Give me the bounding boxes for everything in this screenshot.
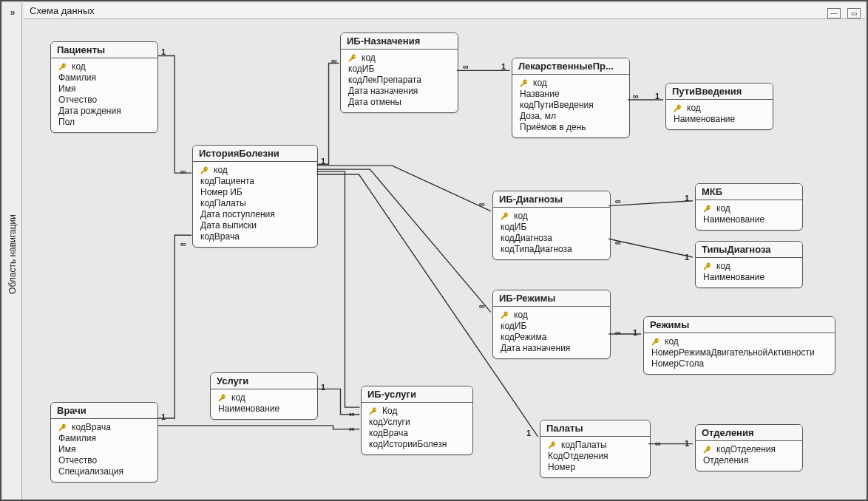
relationships-canvas[interactable]: Пациенты код Фамилия Имя Отчество Дата р… [24, 19, 865, 498]
table-services[interactable]: Услуги код Наименование [210, 372, 318, 420]
table-title: ПутиВведения [666, 84, 773, 100]
cardinality-one: 1 [633, 328, 637, 337]
maximize-button[interactable]: ▭ [847, 8, 861, 18]
field: кодПациента [199, 176, 311, 187]
table-title: Палаты [540, 420, 650, 437]
field: Дата назначения [347, 86, 452, 97]
field: кодИсторииБолезн [367, 439, 467, 450]
field: кодИБ [499, 321, 604, 332]
field-list: код кодИБ кодЛекПрепарата Дата назначени… [341, 50, 458, 112]
key-field: код [499, 310, 604, 321]
key-icon [651, 337, 662, 346]
cardinality-one: 1 [321, 157, 325, 166]
table-ib-services[interactable]: ИБ-услуги Код кодУслуги кодВрача кодИсто… [361, 386, 473, 455]
table-wards[interactable]: Палаты кодПалаты КодОтделения Номер [540, 420, 651, 478]
field: Фамилия [57, 433, 152, 444]
field: Пол [57, 117, 152, 128]
key-field: код [217, 392, 311, 403]
key-field: код [518, 78, 623, 89]
cardinality-many: ∞ [615, 197, 621, 205]
table-diagtypes[interactable]: ТипыДиагноза код Наименование [695, 241, 803, 288]
cardinality-many: ∞ [615, 238, 621, 247]
field-list: код Наименование [696, 258, 802, 287]
table-drugs[interactable]: ЛекарственныеПр... код Название кодПутиВ… [512, 58, 630, 138]
cardinality-one: 1 [655, 92, 660, 100]
nav-expand-button[interactable]: » [6, 6, 19, 19]
field: кодУслуги [367, 417, 467, 428]
table-depts[interactable]: Отделения кодОтделения Отделения [695, 424, 803, 471]
key-field: код [650, 336, 829, 347]
key-icon [548, 440, 558, 449]
cardinality-one: 1 [526, 429, 531, 437]
table-title: Услуги [211, 373, 317, 389]
field: Специализация [57, 466, 152, 477]
key-field: Код [367, 406, 467, 417]
field: Имя [57, 444, 152, 455]
cardinality-one: 1 [161, 47, 166, 56]
cardinality-one: 1 [161, 412, 166, 421]
table-ib-rezh[interactable]: ИБ-Режимы код кодИБ кодРежима Дата назна… [492, 290, 611, 359]
field: Фамилия [57, 72, 152, 84]
field: Название [518, 89, 623, 100]
table-title: Врачи [51, 403, 157, 419]
table-title: Пациенты [51, 42, 157, 58]
cardinality-one: 1 [685, 253, 689, 262]
key-field: кодПалаты [546, 440, 644, 451]
cardinality-many: ∞ [479, 301, 485, 310]
field: Приёмов в день [518, 122, 623, 133]
key-icon [703, 204, 713, 213]
cardinality-one: 1 [685, 194, 689, 202]
field: Наименование [672, 114, 767, 125]
field: Дата поступления [199, 209, 311, 220]
field: кодВрача [199, 231, 311, 242]
field-list: код НомерРежимаДвигательнойАктивности Но… [644, 333, 835, 374]
cardinality-one: 1 [685, 439, 689, 448]
field: кодПалаты [199, 198, 311, 209]
navigation-strip: » Область навигации [3, 3, 22, 500]
field: НомерСтола [650, 358, 829, 369]
cardinality-one: 1 [501, 62, 506, 71]
field-list: код кодИБ кодДиагноза кодТипаДиагноза [493, 208, 610, 259]
field-list: код Название кодПутиВведения Доза, мл Пр… [512, 75, 629, 137]
table-routes[interactable]: ПутиВведения код Наименование [665, 83, 773, 130]
field: Отчество [57, 455, 152, 466]
field: кодИБ [347, 64, 452, 75]
table-title: ЛекарственныеПр... [512, 58, 629, 75]
cardinality-many: ∞ [615, 328, 621, 337]
field-list: код Фамилия Имя Отчество Дата рождения П… [51, 58, 157, 132]
key-field: код [199, 165, 311, 176]
field: Наименование [702, 214, 796, 225]
canvas-header: Схема данных — ▭ [24, 3, 865, 19]
field: Дата отмены [347, 97, 452, 108]
key-icon [58, 423, 69, 432]
field: кодВрача [367, 428, 467, 439]
field: Дата рождения [57, 106, 152, 117]
table-ib-diag[interactable]: ИБ-Диагнозы код кодИБ кодДиагноза кодТип… [492, 191, 611, 260]
table-title: ИБ-Диагнозы [493, 191, 610, 208]
cardinality-many: ∞ [180, 239, 186, 248]
table-patients[interactable]: Пациенты код Фамилия Имя Отчество Дата р… [50, 41, 158, 133]
cardinality-many: ∞ [463, 62, 469, 71]
key-icon [703, 262, 713, 270]
table-ib-nazn[interactable]: ИБ-Назначения код кодИБ кодЛекПрепарата … [340, 33, 458, 113]
field-list: код Наименование [666, 100, 773, 129]
cardinality-many: ∞ [349, 424, 355, 433]
field: Номер ИБ [199, 187, 311, 198]
field: Наименование [217, 403, 311, 415]
table-doctors[interactable]: Врачи кодВрача Фамилия Имя Отчество Спец… [50, 402, 158, 483]
key-icon [703, 445, 713, 454]
table-title: Отделения [696, 425, 802, 441]
table-title: Режимы [644, 317, 835, 333]
cardinality-one: 1 [321, 383, 325, 392]
key-field: код [499, 211, 604, 222]
key-field: код [702, 203, 796, 214]
table-mkb[interactable]: МКБ код Наименование [695, 183, 803, 231]
field-list: код Наименование [211, 389, 317, 419]
key-icon [501, 211, 511, 220]
table-modes[interactable]: Режимы код НомерРежимаДвигательнойАктивн… [643, 316, 835, 375]
minimize-button[interactable]: — [827, 8, 841, 18]
key-icon [674, 103, 684, 112]
field-list: кодВрача Фамилия Имя Отчество Специализа… [51, 419, 157, 482]
table-title: ИБ-Режимы [493, 290, 610, 307]
table-history[interactable]: ИсторияБолезни код кодПациента Номер ИБ … [192, 145, 318, 248]
